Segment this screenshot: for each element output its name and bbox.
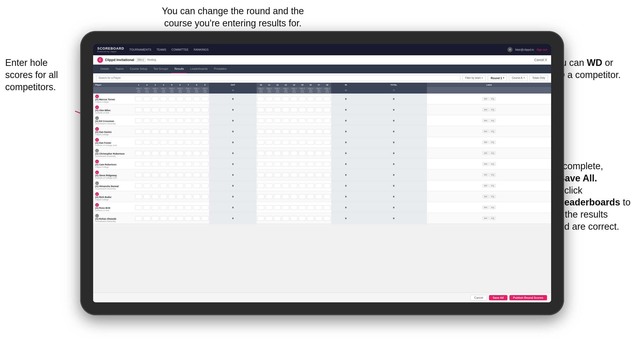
hole-5-input-5[interactable] (168, 151, 175, 156)
dq-button[interactable]: DQ (490, 184, 495, 187)
hole-3-input-4[interactable] (152, 140, 159, 145)
hole-7-input-5[interactable] (185, 151, 192, 156)
totals-only-button[interactable]: Totals Only (530, 75, 548, 81)
wd-button[interactable]: WD (483, 173, 488, 176)
hole-14-input-2[interactable] (290, 118, 298, 123)
hole-12-input-10[interactable] (274, 205, 281, 210)
hole-15-input-1[interactable] (299, 107, 306, 112)
hole-9-input-6[interactable] (201, 162, 209, 166)
hole-14-input-0[interactable] (290, 97, 298, 101)
hole-3-input-8[interactable] (152, 183, 159, 188)
hole-7-input-11[interactable] (185, 216, 192, 221)
hole-7-input-10[interactable] (185, 205, 192, 210)
hole-2-input-0[interactable] (143, 97, 151, 101)
hole-15-input-2[interactable] (299, 118, 306, 123)
hole-10-input-2[interactable] (257, 118, 264, 123)
hole-5-input-1[interactable] (168, 107, 175, 112)
sign-out-link[interactable]: Sign out (537, 48, 547, 51)
hole-9-input-5[interactable] (201, 151, 209, 156)
hole-1-input-1[interactable] (135, 107, 142, 112)
hole-16-input-4[interactable] (307, 140, 314, 145)
cancel-button[interactable]: Cancel (470, 295, 487, 301)
hole-11-input-11[interactable] (265, 216, 273, 221)
hole-7-input-1[interactable] (185, 107, 192, 112)
hole-5-input-0[interactable] (168, 97, 175, 101)
hole-17-input-5[interactable] (315, 151, 322, 156)
hole-4-input-0[interactable] (160, 97, 167, 101)
hole-13-input-6[interactable] (282, 162, 289, 166)
hole-17-input-0[interactable] (315, 97, 322, 101)
hole-8-input-7[interactable] (193, 173, 200, 177)
tab-leaderboards[interactable]: Leaderboards (187, 65, 211, 73)
hole-16-input-8[interactable] (307, 183, 314, 188)
hole-15-input-8[interactable] (299, 183, 306, 188)
hole-13-input-9[interactable] (282, 194, 289, 199)
hole-13-input-11[interactable] (282, 216, 289, 221)
hole-10-input-10[interactable] (257, 205, 264, 210)
hole-3-input-9[interactable] (152, 194, 159, 199)
cancel-link[interactable]: Cancel X (534, 58, 547, 62)
wd-button[interactable]: WD (483, 151, 488, 155)
dq-button[interactable]: DQ (490, 151, 495, 155)
hole-4-input-8[interactable] (160, 183, 167, 188)
hole-9-input-3[interactable] (201, 129, 209, 134)
hole-1-input-4[interactable] (135, 140, 142, 145)
hole-17-input-11[interactable] (315, 216, 322, 221)
hole-17-input-7[interactable] (315, 173, 322, 177)
hole-3-input-1[interactable] (152, 107, 159, 112)
tab-details[interactable]: Details (97, 65, 112, 73)
hole-15-input-7[interactable] (299, 173, 306, 177)
wd-button[interactable]: WD (483, 119, 488, 122)
hole-13-input-8[interactable] (282, 183, 289, 188)
hole-3-input-5[interactable] (152, 151, 159, 156)
hole-3-input-11[interactable] (152, 216, 159, 221)
hole-13-input-3[interactable] (282, 129, 289, 134)
hole-15-input-5[interactable] (299, 151, 306, 156)
hole-6-input-6[interactable] (176, 162, 184, 166)
hole-3-input-10[interactable] (152, 205, 159, 210)
tab-results[interactable]: Results (171, 65, 187, 73)
wd-button[interactable]: WD (483, 184, 488, 187)
hole-7-input-3[interactable] (185, 129, 192, 134)
dq-button[interactable]: DQ (490, 195, 495, 198)
hole-16-input-1[interactable] (307, 107, 314, 112)
hole-4-input-6[interactable] (160, 162, 167, 166)
hole-9-input-7[interactable] (201, 173, 209, 177)
hole-7-input-6[interactable] (185, 162, 192, 166)
hole-12-input-5[interactable] (274, 151, 281, 156)
dq-button[interactable]: DQ (490, 119, 495, 122)
hole-5-input-6[interactable] (168, 162, 175, 166)
hole-12-input-11[interactable] (274, 216, 281, 221)
course-selector[interactable]: Course A (509, 75, 527, 81)
dq-button[interactable]: DQ (490, 108, 495, 111)
hole-8-input-3[interactable] (193, 129, 200, 134)
hole-7-input-8[interactable] (185, 183, 192, 188)
hole-18-input-11[interactable] (323, 216, 331, 221)
hole-10-input-6[interactable] (257, 162, 264, 166)
hole-2-input-4[interactable] (143, 140, 151, 145)
hole-13-input-5[interactable] (282, 151, 289, 156)
hole-1-input-8[interactable] (135, 183, 142, 188)
hole-13-input-7[interactable] (282, 173, 289, 177)
hole-10-input-4[interactable] (257, 140, 264, 145)
hole-17-input-1[interactable] (315, 107, 322, 112)
hole-5-input-7[interactable] (168, 173, 175, 177)
wd-button[interactable]: WD (483, 130, 488, 133)
hole-9-input-1[interactable] (201, 107, 209, 112)
hole-18-input-9[interactable] (323, 194, 331, 199)
hole-6-input-8[interactable] (176, 183, 184, 188)
hole-11-input-5[interactable] (265, 151, 273, 156)
hole-2-input-6[interactable] (143, 162, 151, 166)
wd-button[interactable]: WD (483, 97, 488, 101)
hole-11-input-2[interactable] (265, 118, 273, 123)
hole-2-input-8[interactable] (143, 183, 151, 188)
hole-3-input-3[interactable] (152, 129, 159, 134)
hole-18-input-7[interactable] (323, 173, 331, 177)
hole-8-input-9[interactable] (193, 194, 200, 199)
filter-team-button[interactable]: Filter by team (462, 75, 486, 81)
hole-14-input-8[interactable] (290, 183, 298, 188)
hole-2-input-5[interactable] (143, 151, 151, 156)
hole-13-input-4[interactable] (282, 140, 289, 145)
wd-button[interactable]: WD (483, 108, 488, 111)
hole-10-input-8[interactable] (257, 183, 264, 188)
